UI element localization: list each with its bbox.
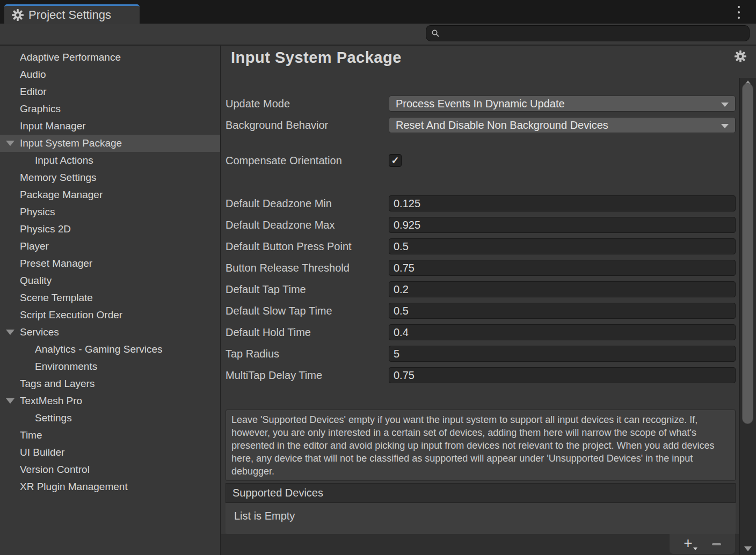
list-footer-area: + [221, 534, 739, 555]
list-empty-label: List is Empty [234, 510, 295, 522]
tab-title: Project Settings [28, 8, 111, 22]
default-hold-time-input[interactable] [389, 324, 736, 340]
background-behavior-dropdown[interactable]: Reset And Disable Non Background Devices [389, 117, 736, 133]
update-mode-dropdown[interactable]: Process Events In Dynamic Update [389, 96, 736, 112]
tap-radius-input[interactable] [389, 346, 736, 362]
panel-settings-gear-icon[interactable] [735, 50, 746, 64]
field-label: Update Mode [226, 98, 389, 110]
tab-project-settings[interactable]: Project Settings [4, 4, 140, 24]
vertical-scrollbar[interactable] [739, 78, 756, 555]
sidebar-item-input-manager[interactable]: Input Manager [0, 118, 220, 135]
field-label: Compensate Orientation [226, 155, 389, 167]
sidebar-item-ui-builder[interactable]: UI Builder [0, 444, 220, 461]
default-slow-tap-time-input[interactable] [389, 303, 736, 319]
add-device-button[interactable]: + [684, 536, 692, 552]
sidebar-item-textmesh-pro[interactable]: TextMesh Pro [0, 392, 220, 410]
default-deadzone-min-input[interactable] [389, 195, 736, 211]
default-deadzone-max-input[interactable] [389, 217, 736, 233]
sidebar-item-input-actions[interactable]: Input Actions [0, 152, 220, 169]
compensate-orientation-checkbox[interactable]: ✓ [389, 154, 402, 167]
plus-icon: + [684, 535, 692, 551]
sidebar-item-tags-and-layers[interactable]: Tags and Layers [0, 375, 220, 392]
sidebar-item-audio[interactable]: Audio [0, 66, 220, 83]
sidebar-item-scene-template[interactable]: Scene Template [0, 289, 220, 306]
field-label: Background Behavior [226, 119, 389, 132]
field-label: Button Release Threshold [226, 262, 389, 274]
sidebar-item-input-system-package[interactable]: Input System Package [0, 135, 220, 152]
sidebar-item-environments[interactable]: Environments [0, 358, 220, 375]
search-box[interactable] [426, 25, 750, 41]
sidebar-item-physics-2d[interactable]: Physics 2D [0, 221, 220, 238]
scrollbar-thumb[interactable] [742, 83, 753, 424]
sidebar-item-time[interactable]: Time [0, 427, 220, 444]
supported-devices-header: Supported Devices [226, 483, 736, 503]
sidebar-item-xr-plugin-management[interactable]: XR Plugin Management [0, 478, 220, 495]
field-row-default-button-press-point: Default Button Press Point [226, 238, 736, 254]
panel-header: Input System Package [221, 46, 756, 78]
field-label: Default Deadzone Max [226, 219, 389, 231]
foldout-triangle-icon[interactable] [6, 141, 14, 146]
field-row-tap-radius: Tap Radius [226, 346, 736, 362]
field-label: Default Hold Time [226, 326, 389, 339]
remove-device-button[interactable] [712, 543, 721, 545]
sidebar-item-services[interactable]: Services [0, 324, 220, 341]
dropdown-selected-value: Process Events In Dynamic Update [396, 98, 565, 110]
sidebar-item-textmesh-settings[interactable]: Settings [0, 410, 220, 427]
chevron-down-icon [721, 103, 729, 107]
plus-dropdown-caret-icon [693, 547, 697, 550]
search-input[interactable] [443, 26, 749, 41]
sidebar-item-version-control[interactable]: Version Control [0, 461, 220, 478]
field-label: Tap Radius [226, 348, 389, 360]
sidebar-item-preset-manager[interactable]: Preset Manager [0, 255, 220, 272]
number-fields-group: Default Deadzone Min Default Deadzone Ma… [226, 195, 736, 389]
settings-form: Update Mode Process Events In Dynamic Up… [221, 78, 739, 555]
field-row-default-deadzone-min: Default Deadzone Min [226, 195, 736, 211]
window-menu-kebab-icon[interactable] [736, 6, 742, 19]
sidebar-item-physics[interactable]: Physics [0, 203, 220, 221]
list-footer: + [670, 534, 735, 554]
supported-devices-help-text: Leave 'Supported Devices' empty if you w… [226, 410, 736, 481]
sidebar-item-analytics-gaming-services[interactable]: Analytics - Gaming Services [0, 341, 220, 358]
field-row-default-slow-tap-time: Default Slow Tap Time [226, 303, 736, 319]
button-release-threshold-input[interactable] [389, 260, 736, 276]
default-tap-time-input[interactable] [389, 281, 736, 297]
foldout-triangle-icon[interactable] [6, 398, 14, 404]
sidebar-item-quality[interactable]: Quality [0, 272, 220, 289]
sidebar-item-editor[interactable]: Editor [0, 83, 220, 100]
window-tab-bar: Project Settings [0, 0, 756, 24]
field-row-multitap-delay-time: MultiTap Delay Time [226, 367, 736, 383]
scroll-down-arrow-icon[interactable] [744, 546, 752, 551]
settings-category-sidebar: Adaptive Performance Audio Editor Graphi… [0, 46, 221, 555]
sidebar-item-package-manager[interactable]: Package Manager [0, 186, 220, 203]
sidebar-item-script-execution-order[interactable]: Script Execution Order [0, 306, 220, 324]
settings-detail-panel: Input System Package [221, 46, 756, 555]
field-label: Default Slow Tap Time [226, 305, 389, 317]
supported-devices-list: List is Empty [226, 503, 736, 534]
supported-devices-title: Supported Devices [232, 487, 323, 499]
chevron-down-icon [721, 124, 729, 128]
gear-icon [12, 9, 24, 21]
default-button-press-point-input[interactable] [389, 238, 736, 254]
field-label: Default Button Press Point [226, 240, 389, 253]
field-row-update-mode: Update Mode Process Events In Dynamic Up… [226, 96, 736, 112]
field-row-background-behavior: Background Behavior Reset And Disable No… [226, 117, 736, 133]
field-row-default-tap-time: Default Tap Time [226, 281, 736, 297]
sidebar-item-graphics[interactable]: Graphics [0, 100, 220, 118]
dropdown-selected-value: Reset And Disable Non Background Devices [396, 119, 608, 132]
field-row-default-hold-time: Default Hold Time [226, 324, 736, 340]
field-label: MultiTap Delay Time [226, 369, 389, 382]
checkmark-icon: ✓ [391, 156, 399, 165]
multitap-delay-time-input[interactable] [389, 367, 736, 383]
field-row-compensate-orientation: Compensate Orientation ✓ [226, 154, 736, 167]
sidebar-item-memory-settings[interactable]: Memory Settings [0, 169, 220, 186]
search-icon [431, 29, 440, 38]
foldout-triangle-icon[interactable] [6, 330, 14, 335]
page-title: Input System Package [231, 49, 402, 66]
sidebar-item-adaptive-performance[interactable]: Adaptive Performance [0, 49, 220, 66]
field-label: Default Deadzone Min [226, 198, 389, 210]
field-label: Default Tap Time [226, 283, 389, 296]
field-row-default-deadzone-max: Default Deadzone Max [226, 217, 736, 233]
sidebar-item-player[interactable]: Player [0, 238, 220, 255]
field-row-button-release-threshold: Button Release Threshold [226, 260, 736, 276]
settings-toolbar [0, 24, 756, 46]
